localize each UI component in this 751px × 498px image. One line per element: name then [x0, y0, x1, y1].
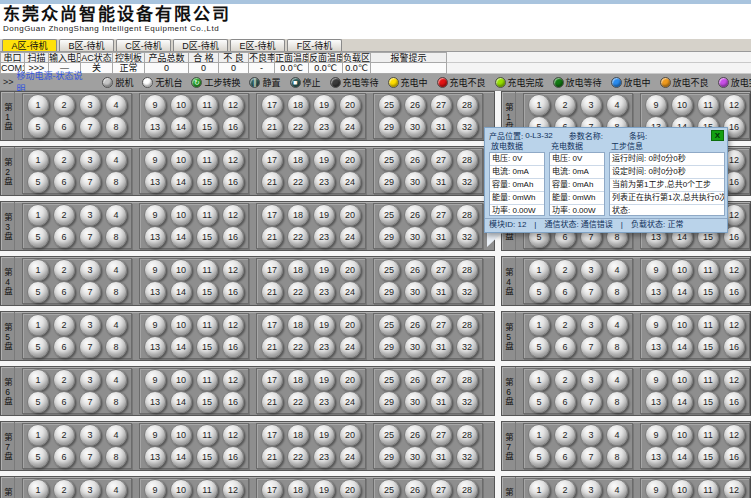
cell-left-4-21[interactable]: 21 [261, 281, 283, 303]
cell-left-3-6[interactable]: 6 [53, 226, 75, 248]
cell-left-4-31[interactable]: 31 [430, 281, 452, 303]
cell-left-3-29[interactable]: 29 [378, 226, 400, 248]
cell-left-6-26[interactable]: 26 [404, 369, 426, 391]
cell-left-8-25[interactable]: 25 [378, 479, 400, 498]
cell-right-6-1[interactable]: 1 [528, 369, 550, 391]
cell-left-1-5[interactable]: 5 [27, 116, 49, 138]
cell-right-8-4[interactable]: 4 [606, 479, 628, 498]
cell-right-7-3[interactable]: 3 [580, 424, 602, 446]
cell-left-5-32[interactable]: 32 [456, 336, 478, 358]
cell-left-2-27[interactable]: 27 [430, 149, 452, 171]
cell-right-7-14[interactable]: 14 [671, 446, 693, 468]
cell-left-2-4[interactable]: 4 [105, 149, 127, 171]
cell-left-1-29[interactable]: 29 [378, 116, 400, 138]
cell-left-7-26[interactable]: 26 [404, 424, 426, 446]
cell-left-2-29[interactable]: 29 [378, 171, 400, 193]
cell-left-5-21[interactable]: 21 [261, 336, 283, 358]
cell-left-7-12[interactable]: 12 [222, 424, 244, 446]
cell-left-1-4[interactable]: 4 [105, 94, 127, 116]
cell-left-6-27[interactable]: 27 [430, 369, 452, 391]
cell-left-4-8[interactable]: 8 [105, 281, 127, 303]
tab-6[interactable]: F区-待机 [287, 39, 342, 51]
cell-left-4-11[interactable]: 11 [196, 259, 218, 281]
cell-left-8-3[interactable]: 3 [79, 479, 101, 498]
cell-left-7-23[interactable]: 23 [313, 446, 335, 468]
cell-left-8-4[interactable]: 4 [105, 479, 127, 498]
cell-left-7-8[interactable]: 8 [105, 446, 127, 468]
cell-left-3-28[interactable]: 28 [456, 204, 478, 226]
cell-left-8-17[interactable]: 17 [261, 479, 283, 498]
cell-right-7-15[interactable]: 15 [697, 446, 719, 468]
cell-right-6-3[interactable]: 3 [580, 369, 602, 391]
cell-left-7-10[interactable]: 10 [170, 424, 192, 446]
cell-left-8-12[interactable]: 12 [222, 479, 244, 498]
cell-right-1-9[interactable]: 9 [645, 94, 667, 116]
cell-right-8-11[interactable]: 11 [697, 479, 719, 498]
cell-left-6-2[interactable]: 2 [53, 369, 75, 391]
cell-left-4-19[interactable]: 19 [313, 259, 335, 281]
cell-right-5-12[interactable]: 12 [723, 314, 745, 336]
cell-right-6-5[interactable]: 5 [528, 391, 550, 413]
cell-right-6-9[interactable]: 9 [645, 369, 667, 391]
cell-left-1-22[interactable]: 22 [287, 116, 309, 138]
cell-left-6-17[interactable]: 17 [261, 369, 283, 391]
cell-left-5-8[interactable]: 8 [105, 336, 127, 358]
cell-left-6-20[interactable]: 20 [339, 369, 361, 391]
cell-left-3-32[interactable]: 32 [456, 226, 478, 248]
cell-left-6-30[interactable]: 30 [404, 391, 426, 413]
cell-left-2-31[interactable]: 31 [430, 171, 452, 193]
cell-right-4-4[interactable]: 4 [606, 259, 628, 281]
cell-right-5-15[interactable]: 15 [697, 336, 719, 358]
cell-left-2-5[interactable]: 5 [27, 171, 49, 193]
cell-left-7-15[interactable]: 15 [196, 446, 218, 468]
cell-left-4-16[interactable]: 16 [222, 281, 244, 303]
cell-left-7-11[interactable]: 11 [196, 424, 218, 446]
cell-left-3-8[interactable]: 8 [105, 226, 127, 248]
cell-left-4-1[interactable]: 1 [27, 259, 49, 281]
cell-left-5-14[interactable]: 14 [170, 336, 192, 358]
cell-left-8-2[interactable]: 2 [53, 479, 75, 498]
cell-left-7-3[interactable]: 3 [79, 424, 101, 446]
cell-right-5-10[interactable]: 10 [671, 314, 693, 336]
cell-left-3-9[interactable]: 9 [144, 204, 166, 226]
cell-left-5-11[interactable]: 11 [196, 314, 218, 336]
cell-left-4-10[interactable]: 10 [170, 259, 192, 281]
cell-left-1-14[interactable]: 14 [170, 116, 192, 138]
cell-right-6-4[interactable]: 4 [606, 369, 628, 391]
cell-left-5-27[interactable]: 27 [430, 314, 452, 336]
cell-left-5-24[interactable]: 24 [339, 336, 361, 358]
cell-left-7-28[interactable]: 28 [456, 424, 478, 446]
cell-left-6-9[interactable]: 9 [144, 369, 166, 391]
cell-left-8-20[interactable]: 20 [339, 479, 361, 498]
cell-left-2-23[interactable]: 23 [313, 171, 335, 193]
cell-left-8-19[interactable]: 19 [313, 479, 335, 498]
cell-left-6-12[interactable]: 12 [222, 369, 244, 391]
cell-left-1-6[interactable]: 6 [53, 116, 75, 138]
cell-right-5-8[interactable]: 8 [606, 336, 628, 358]
cell-left-7-22[interactable]: 22 [287, 446, 309, 468]
cell-right-8-10[interactable]: 10 [671, 479, 693, 498]
cell-left-4-3[interactable]: 3 [79, 259, 101, 281]
cell-right-1-4[interactable]: 4 [606, 94, 628, 116]
cell-left-6-11[interactable]: 11 [196, 369, 218, 391]
cell-left-1-13[interactable]: 13 [144, 116, 166, 138]
cell-right-5-1[interactable]: 1 [528, 314, 550, 336]
cell-right-6-11[interactable]: 11 [697, 369, 719, 391]
cell-left-5-31[interactable]: 31 [430, 336, 452, 358]
cell-left-3-23[interactable]: 23 [313, 226, 335, 248]
cell-left-3-22[interactable]: 22 [287, 226, 309, 248]
cell-right-7-6[interactable]: 6 [554, 446, 576, 468]
cell-left-6-22[interactable]: 22 [287, 391, 309, 413]
cell-left-3-31[interactable]: 31 [430, 226, 452, 248]
tab-3[interactable]: C区-待机 [116, 39, 171, 51]
cell-left-5-4[interactable]: 4 [105, 314, 127, 336]
cell-left-2-24[interactable]: 24 [339, 171, 361, 193]
cell-left-3-3[interactable]: 3 [79, 204, 101, 226]
cell-left-5-1[interactable]: 1 [27, 314, 49, 336]
cell-left-1-21[interactable]: 21 [261, 116, 283, 138]
cell-left-4-30[interactable]: 30 [404, 281, 426, 303]
cell-left-4-9[interactable]: 9 [144, 259, 166, 281]
cell-left-5-28[interactable]: 28 [456, 314, 478, 336]
cell-right-4-2[interactable]: 2 [554, 259, 576, 281]
cell-right-4-11[interactable]: 11 [697, 259, 719, 281]
